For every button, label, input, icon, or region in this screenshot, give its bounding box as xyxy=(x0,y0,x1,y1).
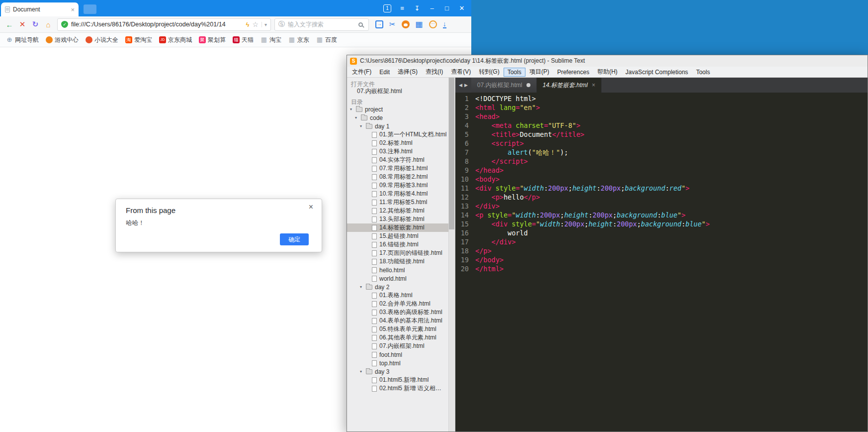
tree-file[interactable]: 03.表格的高级标签.html xyxy=(347,308,455,317)
bookmark-item[interactable]: 淘爱淘宝 xyxy=(125,36,152,44)
tree-file[interactable]: foot.html xyxy=(347,350,455,359)
tree-file[interactable]: 07.内嵌框架.html xyxy=(347,342,455,350)
refresh-button-icon[interactable]: ↻ xyxy=(30,20,41,29)
search-box[interactable]: Ⓢ 输入文字搜索 xyxy=(274,18,369,31)
disclosure-triangle-icon[interactable]: ▾ xyxy=(360,124,363,128)
speed-mode-icon[interactable]: ϟ xyxy=(246,21,250,28)
download-icon[interactable]: ↓ xyxy=(443,20,446,28)
tree-file[interactable]: 17.页面间的锚链接.html xyxy=(347,249,455,257)
tab-count-button-icon[interactable]: 1 xyxy=(383,4,391,12)
menu-item[interactable]: 查看(V) xyxy=(447,67,475,77)
menu-item[interactable]: JavaScript Completions xyxy=(621,68,692,77)
sidebar-scrollbar-thumb[interactable] xyxy=(449,78,454,229)
stop-button-icon[interactable]: ✕ xyxy=(17,20,28,29)
tree-file[interactable]: 03.注释.html xyxy=(347,147,455,156)
bookmark-item[interactable]: ▦淘宝 xyxy=(260,36,281,44)
tree-file[interactable]: 06.其他表单元素.html xyxy=(347,333,455,342)
tree-file[interactable]: 16.锚链接.html xyxy=(347,240,455,249)
menu-item[interactable]: Edit xyxy=(375,68,394,77)
menu-item[interactable]: Tools xyxy=(692,68,714,77)
tree-file[interactable]: 07.内嵌框架.html xyxy=(347,87,455,96)
back-button-icon[interactable]: ← xyxy=(4,20,15,29)
bookmark-item[interactable]: ▦百度 xyxy=(316,36,337,44)
menu-item[interactable]: Preferences xyxy=(553,68,594,77)
close-button-icon[interactable]: ✕ xyxy=(454,0,469,16)
tree-file[interactable]: 08.常用标签2.html xyxy=(347,173,455,181)
menu-button-icon[interactable]: ≡ xyxy=(395,0,410,16)
tree-file[interactable]: 14.标签嵌套.html xyxy=(347,223,455,232)
more-icon[interactable] xyxy=(429,20,437,28)
tree-file[interactable]: world.html xyxy=(347,274,455,283)
home-button-icon[interactable]: ⌂ xyxy=(43,20,54,29)
tree-file[interactable]: 04.实体字符.html xyxy=(347,156,455,164)
editor-tab-close-icon[interactable]: × xyxy=(592,82,595,89)
download-manager-button-icon[interactable]: ↧ xyxy=(410,0,425,16)
tree-folder[interactable]: ▾day 2 xyxy=(347,283,455,291)
maximize-button-icon[interactable]: □ xyxy=(439,0,454,16)
menu-item[interactable]: 选择(S) xyxy=(394,67,422,77)
tree-file[interactable]: 12.其他标签.html xyxy=(347,207,455,215)
editor-tab[interactable]: 14.标签嵌套.html× xyxy=(537,78,602,93)
tab-scroll-left-icon[interactable]: ◀ xyxy=(459,83,462,88)
bookmark-item[interactable]: ▦京东 xyxy=(288,36,309,44)
minimize-button-icon[interactable]: – xyxy=(425,0,439,16)
tree-file[interactable]: top.html xyxy=(347,359,455,367)
new-tab-button[interactable] xyxy=(84,4,96,14)
dialog-close-icon[interactable]: × xyxy=(309,203,313,212)
games-icon[interactable] xyxy=(402,20,410,28)
search-icon[interactable] xyxy=(358,22,363,27)
disclosure-triangle-icon[interactable]: ▾ xyxy=(360,285,363,289)
tree-file[interactable]: 01.html5.新增.html xyxy=(347,376,455,384)
code-editor[interactable]: 1<!DOCTYPE html>2<html lang="en">3<head>… xyxy=(455,93,868,432)
tree-file[interactable]: 02.合并单元格.html xyxy=(347,300,455,308)
app-market-icon[interactable]: ▦ xyxy=(416,20,423,28)
tree-file[interactable]: 05.特殊表单元素.html xyxy=(347,325,455,333)
disclosure-triangle-icon[interactable]: ▾ xyxy=(350,107,353,111)
menu-item[interactable]: 查找(I) xyxy=(422,67,447,77)
tree-file[interactable]: 13.头部标签.html xyxy=(347,215,455,223)
login-panel-icon[interactable] xyxy=(375,20,383,28)
dialog-confirm-button[interactable]: 确定 xyxy=(280,233,309,245)
tree-file[interactable]: 11.常用标签5.html xyxy=(347,198,455,207)
bookmark-label: 聚划算 xyxy=(208,36,226,44)
bookmark-item[interactable]: 聚聚划算 xyxy=(199,36,226,44)
tree-file[interactable]: 07.常用标签1.html xyxy=(347,164,455,173)
url-text[interactable]: file:///C:/Users/86176/Desktop/project/c… xyxy=(71,21,243,28)
tree-folder[interactable]: ▾day 1 xyxy=(347,122,455,130)
favorite-star-icon[interactable]: ☆ xyxy=(252,20,259,28)
tree-file[interactable]: 09.常用标签3.html xyxy=(347,181,455,190)
tree-file[interactable]: 04.表单的基本用法.html xyxy=(347,317,455,325)
sidebar-scrollbar[interactable] xyxy=(448,78,455,432)
bookmark-item[interactable]: 小说大全 xyxy=(86,36,118,44)
tree-folder[interactable]: ▾day 3 xyxy=(347,367,455,376)
tab-scroll-right-icon[interactable]: ▶ xyxy=(464,83,468,88)
tree-file[interactable]: 01.第一个HTML文档.html xyxy=(347,130,455,139)
search-input-placeholder[interactable]: 输入文字搜索 xyxy=(288,20,355,29)
menu-item[interactable]: 文件(F) xyxy=(348,67,375,77)
browser-tab-document[interactable]: Document × xyxy=(1,2,79,16)
tree-file[interactable]: 18.功能链接.html xyxy=(347,257,455,266)
tree-file[interactable]: hello.html xyxy=(347,266,455,274)
tree-file[interactable]: 01.表格.html xyxy=(347,291,455,300)
tree-file[interactable]: 02.html5 新增 语义相关.html xyxy=(347,384,455,393)
tab-close-icon[interactable]: × xyxy=(71,6,75,13)
tree-file[interactable]: 15.超链接.html xyxy=(347,232,455,240)
menu-item[interactable]: 帮助(H) xyxy=(593,67,621,77)
bookmark-item[interactable]: JD京东商城 xyxy=(159,36,192,44)
menu-item[interactable]: Tools xyxy=(504,68,525,77)
screenshot-icon[interactable]: ✂ xyxy=(389,20,396,29)
tree-folder[interactable]: ▾code xyxy=(347,113,455,122)
bookmark-item[interactable]: ⊕网址导航 xyxy=(6,36,39,44)
bookmark-item[interactable]: 猫天猫 xyxy=(233,36,254,44)
disclosure-triangle-icon[interactable]: ▾ xyxy=(355,115,358,120)
tree-file[interactable]: 10.常用标签4.html xyxy=(347,190,455,198)
disclosure-triangle-icon[interactable]: ▾ xyxy=(360,369,363,374)
menu-item[interactable]: 项目(P) xyxy=(525,67,553,77)
menu-item[interactable]: 转到(G) xyxy=(475,67,503,77)
tree-folder[interactable]: ▾project xyxy=(347,105,455,113)
tree-file[interactable]: 02.标签.html xyxy=(347,139,455,147)
editor-tab[interactable]: 07.内嵌框架.html xyxy=(471,78,537,93)
address-bar[interactable]: ✓ file:///C:/Users/86176/Desktop/project… xyxy=(57,18,271,31)
address-dropdown-icon[interactable]: ▾ xyxy=(261,22,267,27)
bookmark-item[interactable]: 游戏中心 xyxy=(46,36,79,44)
